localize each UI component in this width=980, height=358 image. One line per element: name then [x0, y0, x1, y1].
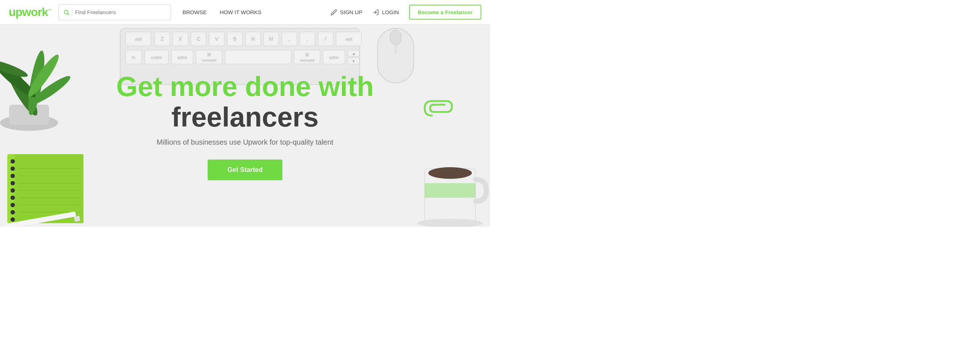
svg-line-1: [67, 13, 69, 15]
svg-text:⌘: ⌘: [305, 52, 309, 58]
svg-point-62: [11, 174, 15, 178]
search-icon: [63, 9, 70, 16]
hero-subtitle: Millions of businesses use Upwork for to…: [116, 138, 374, 147]
header-right: SIGN UP LOGIN Become a Freelancer: [331, 5, 481, 20]
svg-point-64: [11, 188, 15, 193]
svg-text:Z: Z: [161, 36, 164, 42]
hero-content: Get more done with freelancers Millions …: [109, 71, 381, 180]
svg-point-0: [64, 10, 68, 14]
hero-title-line2: freelancers: [116, 102, 374, 132]
logo-text: upwork™: [9, 5, 51, 19]
svg-text:fn: fn: [132, 56, 135, 60]
svg-text:.: .: [307, 36, 308, 42]
hero-title-line1: Get more done with: [116, 71, 374, 102]
paperclip-decoration: [421, 90, 457, 121]
svg-point-68: [11, 217, 15, 222]
nav-how-it-works[interactable]: HOW IT WORKS: [220, 9, 261, 15]
svg-text:shift: shift: [345, 37, 352, 42]
svg-text:control: control: [151, 56, 162, 60]
svg-text:N: N: [251, 36, 255, 42]
hero-section: shift Z X C V B N: [0, 25, 490, 227]
svg-text:B: B: [233, 36, 236, 42]
svg-rect-80: [425, 183, 476, 198]
svg-point-60: [11, 159, 15, 163]
svg-text:▼: ▼: [352, 59, 355, 63]
svg-text:X: X: [178, 36, 182, 42]
svg-text:option: option: [329, 56, 339, 60]
become-freelancer-button[interactable]: Become a Freelancer: [409, 5, 481, 20]
svg-text:V: V: [215, 36, 218, 42]
signup-button[interactable]: SIGN UP: [331, 9, 363, 16]
svg-text:M: M: [269, 36, 273, 42]
search-input[interactable]: [75, 9, 166, 15]
nav-browse[interactable]: BROWSE: [183, 9, 207, 15]
svg-rect-45: [225, 50, 291, 64]
svg-point-67: [11, 210, 15, 214]
svg-point-61: [11, 166, 15, 171]
svg-text:C: C: [197, 36, 200, 42]
login-icon: [372, 9, 379, 16]
svg-text:shift: shift: [135, 37, 142, 42]
svg-text:⌘: ⌘: [207, 52, 211, 58]
svg-text:command: command: [300, 59, 314, 62]
svg-point-63: [11, 181, 15, 185]
svg-rect-57: [390, 30, 401, 45]
plant-decoration: [0, 25, 91, 134]
logo[interactable]: upwork™: [9, 5, 51, 19]
svg-point-66: [11, 203, 15, 207]
svg-rect-78: [74, 216, 80, 222]
get-started-button[interactable]: Get Started: [208, 160, 282, 180]
svg-point-65: [11, 195, 15, 200]
main-nav: BROWSE HOW IT WORKS: [183, 9, 331, 15]
svg-text:/: /: [325, 36, 326, 42]
svg-text:,: ,: [288, 36, 290, 42]
svg-point-81: [428, 167, 472, 179]
svg-text:command: command: [202, 59, 216, 62]
login-button[interactable]: LOGIN: [372, 9, 399, 16]
svg-text:◄: ◄: [352, 52, 355, 56]
pencil-icon: [331, 9, 337, 16]
search-bar[interactable]: [59, 4, 171, 20]
header: upwork™ BROWSE HOW IT WORKS SIGN UP: [0, 0, 490, 25]
svg-text:option: option: [177, 56, 187, 60]
coffee-cup-decoration: [417, 147, 490, 227]
search-divider: [72, 9, 72, 16]
notebook-decoration: [0, 147, 87, 227]
